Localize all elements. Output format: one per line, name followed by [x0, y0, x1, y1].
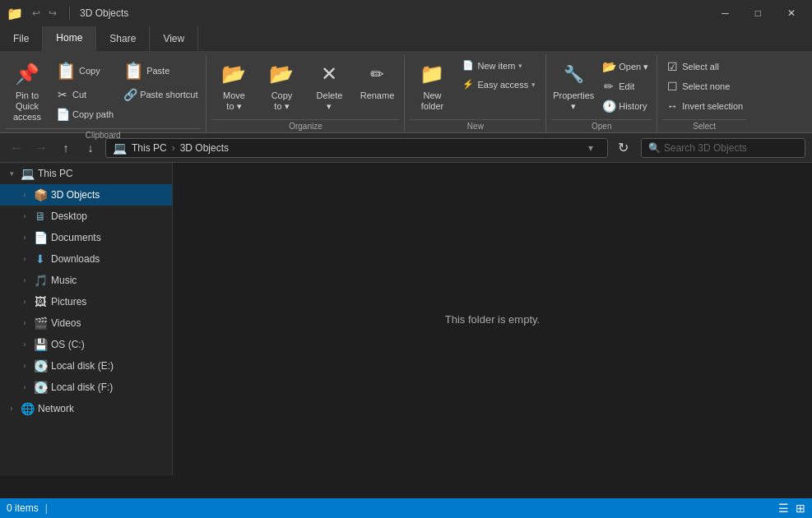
select-all-label: Select all — [682, 62, 719, 72]
downloads-label: Downloads — [51, 253, 100, 265]
sidebar-item-music[interactable]: › 🎵 Music — [0, 270, 172, 291]
chevron-desktop: › — [20, 212, 30, 220]
sidebar-item-pictures[interactable]: › 🖼 Pictures — [0, 291, 172, 312]
local-e-icon: 💽 — [33, 359, 48, 372]
history-label: History — [619, 101, 647, 111]
sidebar-item-desktop[interactable]: › 🖥 Desktop — [0, 206, 172, 227]
select-label: Select — [662, 119, 746, 131]
move-to-icon: 📂 — [220, 61, 247, 87]
history-button[interactable]: 🕐 History — [599, 97, 652, 115]
chevron-videos: › — [20, 319, 30, 327]
select-buttons: ☑ Select all ☐ Select none ↔ Invert sele… — [662, 58, 746, 118]
pin-label: Pin to Quickaccess — [7, 90, 48, 123]
clipboard-group: 📌 Pin to Quickaccess 📋 Copy ✂ Cut 📄 Copy… — [0, 54, 206, 132]
tab-home[interactable]: Home — [43, 26, 96, 51]
down-button[interactable]: ↓ — [81, 138, 100, 158]
cut-button[interactable]: ✂ Cut — [53, 86, 117, 104]
new-group: 📁 Newfolder 📄 New item ▾ ⚡ Easy access ▾… — [405, 54, 546, 132]
properties-button[interactable]: 🔧 Properties▾ — [551, 58, 596, 117]
rename-button[interactable]: ✏ Rename — [355, 58, 399, 117]
path-dropdown-btn[interactable]: ▾ — [581, 138, 601, 158]
tab-file[interactable]: File — [0, 26, 43, 51]
close-btn[interactable]: ✕ — [777, 7, 805, 19]
sidebar-item-videos[interactable]: › 🎬 Videos — [0, 312, 172, 334]
back-button[interactable]: ← — [7, 138, 26, 158]
path-3d-objects[interactable]: 3D Objects — [180, 142, 229, 154]
clipboard-buttons: 📌 Pin to Quickaccess 📋 Copy ✂ Cut 📄 Copy… — [5, 58, 201, 127]
local-e-label: Local disk (E:) — [51, 360, 114, 372]
chevron-local-f: › — [20, 383, 30, 391]
paste-shortcut-button[interactable]: 🔗 Paste shortcut — [120, 86, 201, 104]
3d-objects-icon: 📦 — [33, 188, 48, 201]
desktop-icon: 🖥 — [33, 210, 48, 223]
cut-label: Cut — [72, 90, 86, 99]
path-home-icon: 💻 — [113, 141, 127, 155]
refresh-button[interactable]: ↻ — [613, 138, 633, 158]
select-all-icon: ☑ — [666, 60, 679, 73]
sidebar-item-network[interactable]: › 🌐 Network — [0, 398, 172, 419]
invert-selection-button[interactable]: ↔ Invert selection — [662, 97, 746, 115]
chevron-downloads: › — [20, 255, 30, 263]
new-label: New — [410, 119, 541, 131]
select-none-label: Select none — [682, 81, 730, 91]
minimize-btn[interactable]: ─ — [712, 7, 739, 19]
invert-selection-label: Invert selection — [682, 101, 743, 111]
sidebar-item-os-c[interactable]: › 💾 OS (C:) — [0, 334, 172, 355]
edit-button[interactable]: ✏ Edit — [599, 77, 652, 95]
chevron-os-c: › — [20, 340, 30, 349]
organize-buttons: 📂 Moveto ▾ 📂 Copyto ▾ ✕ Delete▾ ✏ Rename — [211, 58, 399, 118]
window-title: 3D Objects — [80, 7, 705, 19]
pictures-icon: 🖼 — [33, 295, 48, 308]
easy-access-button[interactable]: ⚡ Easy access ▾ — [457, 76, 541, 92]
maximize-btn[interactable]: □ — [745, 7, 771, 19]
rename-icon: ✏ — [364, 61, 390, 87]
status-separator: | — [45, 502, 48, 514]
tab-view[interactable]: View — [150, 26, 198, 51]
edit-icon: ✏ — [602, 80, 615, 93]
copy-to-button[interactable]: 📂 Copyto ▾ — [259, 58, 304, 117]
sidebar-item-local-f[interactable]: › 💽 Local disk (F:) — [0, 377, 172, 398]
forward-button[interactable]: → — [31, 138, 51, 158]
up-button[interactable]: ↑ — [56, 138, 76, 158]
properties-label: Properties▾ — [553, 90, 594, 112]
paste-icon: 📋 — [123, 61, 143, 81]
sidebar-item-this-pc[interactable]: ▾ 💻 This PC — [0, 163, 172, 184]
copy-icon: 📋 — [56, 61, 76, 81]
sidebar-item-downloads[interactable]: › ⬇ Downloads — [0, 248, 172, 270]
sidebar-item-3d-objects[interactable]: › 📦 3D Objects — [0, 184, 172, 206]
select-none-button[interactable]: ☐ Select none — [662, 77, 746, 95]
paste-button[interactable]: 📋 Paste — [120, 58, 163, 84]
sidebar-item-documents[interactable]: › 📄 Documents — [0, 227, 172, 248]
copy-button[interactable]: 📋 Copy — [53, 58, 90, 84]
music-icon: 🎵 — [33, 274, 48, 287]
move-to-button[interactable]: 📂 Moveto ▾ — [211, 58, 256, 117]
new-buttons: 📁 Newfolder 📄 New item ▾ ⚡ Easy access ▾ — [410, 58, 541, 118]
open-button[interactable]: 📂 Open ▾ — [599, 58, 652, 76]
view-grid-icon[interactable]: ⊞ — [796, 502, 805, 515]
new-item-icon: 📄 — [462, 60, 474, 71]
window-icon: 📁 — [7, 6, 23, 21]
new-item-button[interactable]: 📄 New item ▾ — [457, 58, 541, 73]
undo-icon[interactable]: ↩ — [30, 7, 43, 20]
tab-share[interactable]: Share — [96, 26, 150, 51]
open-icon: 📂 — [602, 60, 615, 73]
status-bar: 0 items | ☰ ⊞ — [0, 498, 812, 518]
chevron-this-pc: ▾ — [7, 169, 16, 178]
view-list-icon[interactable]: ☰ — [778, 502, 789, 515]
delete-button[interactable]: ✕ Delete▾ — [307, 58, 351, 117]
path-this-pc[interactable]: This PC — [132, 142, 167, 154]
address-path[interactable]: 💻 This PC › 3D Objects ▾ — [105, 138, 608, 158]
select-all-button[interactable]: ☑ Select all — [662, 58, 746, 76]
new-folder-button[interactable]: 📁 Newfolder — [410, 58, 454, 117]
address-bar: ← → ↑ ↓ 💻 This PC › 3D Objects ▾ ↻ 🔍 Sea… — [0, 133, 812, 163]
invert-selection-icon: ↔ — [666, 99, 679, 113]
copy-to-icon: 📂 — [268, 61, 295, 87]
properties-icon: 🔧 — [560, 61, 587, 87]
sidebar-item-local-e[interactable]: › 💽 Local disk (E:) — [0, 355, 172, 377]
redo-icon[interactable]: ↪ — [46, 7, 59, 20]
new-folder-icon: 📁 — [419, 61, 445, 87]
pin-icon: 📌 — [14, 61, 40, 87]
pin-to-quick-access-button[interactable]: 📌 Pin to Quickaccess — [5, 58, 49, 127]
copy-path-button[interactable]: 📄 Copy path — [53, 105, 117, 123]
easy-access-icon: ⚡ — [462, 79, 474, 90]
